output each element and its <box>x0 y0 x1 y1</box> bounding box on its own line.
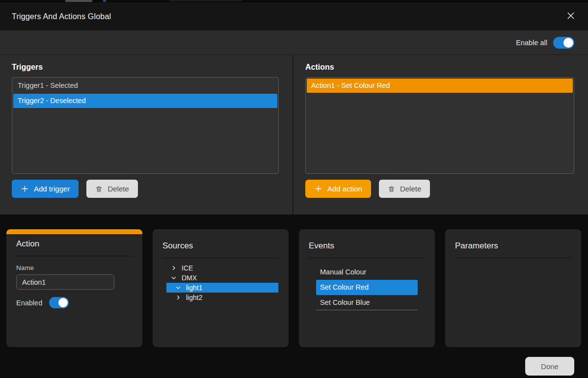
plus-icon <box>21 185 29 193</box>
actions-title: Actions <box>305 63 574 72</box>
dialog-title: Triggers And Actions Global <box>12 12 111 21</box>
background-gray-segment <box>65 0 92 2</box>
divider <box>455 258 571 258</box>
enable-all-label: Enable all <box>516 39 547 47</box>
sources-card-title: Sources <box>153 229 289 251</box>
background-dim-segment <box>169 0 242 1</box>
tree-item-label: ICE <box>182 264 193 272</box>
actions-list: Action1 - Set Colour Red <box>305 77 574 174</box>
action-name-input[interactable] <box>16 274 114 290</box>
add-trigger-button[interactable]: Add trigger <box>12 180 79 198</box>
tree-item-label: DMX <box>182 274 197 282</box>
actions-buttons: Add action Delete <box>305 180 574 198</box>
delete-trigger-button[interactable]: Delete <box>86 180 137 198</box>
tree-item-ice[interactable]: ICE <box>166 263 278 273</box>
background-blue-segment <box>103 0 106 2</box>
delete-trigger-label: Delete <box>107 185 129 193</box>
triggers-actions-dialog: Triggers And Actions Global Enable all T… <box>0 2 588 378</box>
event-item[interactable]: Manual Colour <box>316 265 418 280</box>
triggers-list: Trigger1 - Selected Trigger2 - Deselecte… <box>12 77 279 174</box>
actions-panel: Actions Action1 - Set Colour Red Add act… <box>294 55 588 215</box>
plus-icon <box>314 185 322 193</box>
lists-section: Triggers Trigger1 - Selected Trigger2 - … <box>0 55 588 215</box>
tree-item-light1-selected[interactable]: light1 <box>166 283 278 293</box>
close-button[interactable] <box>565 11 576 22</box>
tree-item-label: light1 <box>186 284 202 292</box>
parameters-card: Parameters <box>445 229 581 347</box>
chevron-right-icon[interactable] <box>175 294 182 301</box>
tree-item-light2[interactable]: light2 <box>166 293 278 302</box>
done-button[interactable]: Done <box>525 357 574 376</box>
chevron-down-icon[interactable] <box>175 284 182 291</box>
triggers-title: Triggers <box>12 63 279 72</box>
events-list: Manual Colour Set Colour Red Set Colour … <box>299 258 435 310</box>
close-icon <box>566 11 576 23</box>
add-action-label: Add action <box>327 185 362 193</box>
action-list-item-selected[interactable]: Action1 - Set Colour Red <box>307 79 573 93</box>
events-card: Events Manual Colour Set Colour Red Set … <box>299 229 435 347</box>
toggle-knob <box>563 38 573 48</box>
parameters-card-title: Parameters <box>445 229 581 251</box>
trigger-list-item[interactable]: Trigger1 - Selected <box>13 79 277 93</box>
dialog-titlebar: Triggers And Actions Global <box>0 2 588 30</box>
add-trigger-label: Add trigger <box>34 185 70 193</box>
enable-all-row: Enable all <box>0 30 588 55</box>
sources-tree: ICE DMX light1 <box>153 258 289 302</box>
delete-action-button[interactable]: Delete <box>379 180 430 198</box>
enabled-label: Enabled <box>16 299 42 307</box>
tree-item-dmx[interactable]: DMX <box>166 273 278 283</box>
chevron-right-icon[interactable] <box>170 265 177 271</box>
triggers-panel: Triggers Trigger1 - Selected Trigger2 - … <box>0 55 294 215</box>
editor-cards: Action Name Enabled Sources <box>6 229 581 347</box>
trash-icon <box>95 185 103 193</box>
editor-section: Action Name Enabled Sources <box>0 215 588 378</box>
sources-card: Sources ICE DMX <box>153 229 289 347</box>
trigger-list-item-selected[interactable]: Trigger2 - Deselected <box>13 94 277 108</box>
add-action-button[interactable]: Add action <box>305 180 371 198</box>
divider <box>16 256 133 256</box>
enable-all-toggle[interactable] <box>553 37 574 49</box>
triggers-buttons: Add trigger Delete <box>12 180 279 198</box>
name-label: Name <box>16 264 133 271</box>
enabled-toggle[interactable] <box>49 297 69 308</box>
enabled-row: Enabled <box>16 297 133 308</box>
toggle-knob <box>58 298 68 307</box>
delete-action-label: Delete <box>400 185 421 193</box>
action-card: Action Name Enabled <box>6 229 142 347</box>
trash-icon <box>388 185 395 193</box>
tree-item-label: light2 <box>186 294 202 301</box>
chevron-down-icon[interactable] <box>170 274 177 281</box>
action-card-accent-bar <box>6 229 142 234</box>
events-card-title: Events <box>299 229 435 251</box>
event-item-selected[interactable]: Set Colour Red <box>316 280 418 295</box>
event-item[interactable]: Set Colour Blue <box>316 295 418 310</box>
